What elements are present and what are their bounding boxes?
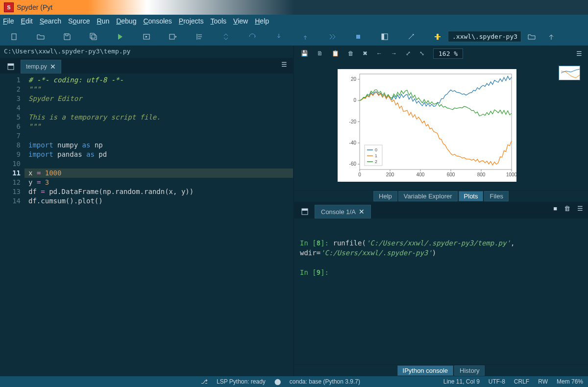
preferences-button[interactable] <box>402 29 420 44</box>
debug-step-into-button[interactable] <box>270 29 288 44</box>
menu-search[interactable]: Search <box>40 17 61 25</box>
plot-next-icon[interactable]: → <box>391 50 397 57</box>
run-button[interactable] <box>111 29 129 44</box>
pane-tab-plots[interactable]: Plots <box>459 191 484 201</box>
run-selection-button[interactable] <box>190 29 209 44</box>
menu-run[interactable]: Run <box>97 17 109 25</box>
code-editor[interactable]: 1234567891011121314 # -*- coding: utf-8 … <box>0 73 293 376</box>
close-console-icon[interactable]: ✕ <box>359 208 365 216</box>
console-pane-tab-history[interactable]: History <box>454 365 485 376</box>
svg-rect-4 <box>356 35 360 39</box>
status-git-icon[interactable]: ⎇ <box>201 378 208 385</box>
plots-pane: 💾 🗎 📋 🗑 ✖ ← → ⤢ ⤡ 162 % ☰ 02004006008001… <box>294 46 588 203</box>
menu-tools[interactable]: Tools <box>210 17 226 25</box>
plot-image: 02004006008001000-60-40-20020012 <box>338 69 516 182</box>
open-file-button[interactable] <box>31 29 50 44</box>
parent-directory-button[interactable] <box>542 29 561 44</box>
menu-consoles[interactable]: Consoles <box>143 17 172 25</box>
editor-pane: C:\Users\xxwl\.spyder-py3\temp.py temp.p… <box>0 46 294 376</box>
code-area[interactable]: # -*- coding: utf-8 -*-"""Spyder Editor … <box>24 73 293 376</box>
svg-point-3 <box>196 34 197 35</box>
plot-zoom-in-icon[interactable]: ⤡ <box>419 50 424 57</box>
plot-zoom-level: 162 % <box>433 48 463 59</box>
save-all-button[interactable] <box>84 29 103 44</box>
svg-text:-20: -20 <box>349 119 356 124</box>
svg-text:600: 600 <box>446 172 455 177</box>
status-position[interactable]: Line 11, Col 9 <box>443 378 480 385</box>
svg-text:20: 20 <box>350 76 356 82</box>
working-directory-input[interactable] <box>448 31 521 42</box>
window-title: Spyder (Pyt <box>17 3 52 11</box>
svg-rect-32 <box>365 145 382 166</box>
pane-tab-help[interactable]: Help <box>373 191 397 201</box>
plots-toolbar: 💾 🗎 📋 🗑 ✖ ← → ⤢ ⤡ 162 % ☰ <box>294 46 588 61</box>
console-pane: Console 1/A ✕ ■ 🗑 ☰ In [8]: runfile('C:/… <box>294 203 588 376</box>
svg-rect-8 <box>8 64 14 66</box>
svg-text:0: 0 <box>358 172 361 177</box>
spyder-logo-icon: S <box>4 2 14 12</box>
stop-kernel-icon[interactable]: ■ <box>553 205 557 212</box>
maximize-pane-button[interactable] <box>375 29 394 44</box>
svg-text:800: 800 <box>477 172 485 177</box>
plot-thumbnail[interactable] <box>559 66 580 80</box>
svg-text:-40: -40 <box>349 140 356 145</box>
console-tab-label: Console 1/A <box>321 208 356 216</box>
console-options-icon[interactable]: ☰ <box>577 205 583 212</box>
run-cell-advance-button[interactable] <box>164 29 182 44</box>
browse-tabs-icon[interactable] <box>5 61 17 73</box>
browse-consoles-icon[interactable] <box>299 206 311 218</box>
plot-delete-icon[interactable]: 🗑 <box>348 50 354 57</box>
menu-edit[interactable]: Edit <box>21 17 33 25</box>
file-path-bar: C:\Users\xxwl\.spyder-py3\temp.py <box>0 46 293 58</box>
new-file-button[interactable] <box>5 29 24 44</box>
close-tab-icon[interactable]: ✕ <box>50 63 56 71</box>
status-bar: ⎇ LSP Python: ready ⬤ conda: base (Pytho… <box>0 376 588 387</box>
editor-tab[interactable]: temp.py ✕ <box>21 60 61 73</box>
plot-copy-icon[interactable]: 📋 <box>332 50 339 57</box>
status-lsp[interactable]: LSP Python: ready <box>217 378 266 385</box>
console-output[interactable]: In [8]: runfile('C:/Users/xxwl/.spyder-p… <box>294 218 588 364</box>
plots-options-icon[interactable]: ☰ <box>576 50 582 57</box>
plot-delete-all-icon[interactable]: ✖ <box>363 50 368 57</box>
console-tab[interactable]: Console 1/A ✕ <box>315 205 371 218</box>
menu-projects[interactable]: Projects <box>179 17 204 25</box>
browse-directory-button[interactable] <box>522 29 541 44</box>
console-tab-bar: Console 1/A ✕ ■ 🗑 ☰ <box>294 203 588 218</box>
svg-text:2: 2 <box>375 159 377 164</box>
menu-debug[interactable]: Debug <box>116 17 136 25</box>
line-number-gutter: 1234567891011121314 <box>0 73 24 376</box>
svg-rect-0 <box>12 34 16 40</box>
menu-help[interactable]: Help <box>255 17 269 25</box>
editor-options-icon[interactable]: ☰ <box>281 61 287 68</box>
python-path-button[interactable] <box>428 29 447 44</box>
debug-continue-button[interactable] <box>322 29 341 44</box>
plot-save-all-icon[interactable]: 🗎 <box>317 50 323 57</box>
run-cell-button[interactable] <box>137 29 156 44</box>
status-eol[interactable]: CRLF <box>514 378 529 385</box>
menu-file[interactable]: File <box>3 17 14 25</box>
editor-tab-bar: temp.py ✕ ☰ <box>0 58 293 73</box>
debug-step-button[interactable] <box>243 29 262 44</box>
debug-button[interactable] <box>217 29 235 44</box>
plot-prev-icon[interactable]: ← <box>376 50 382 57</box>
svg-text:1: 1 <box>375 153 377 158</box>
save-button[interactable] <box>58 29 76 44</box>
menu-bar: FileEditSearchSourceRunDebugConsolesProj… <box>0 15 588 27</box>
title-bar: S Spyder (Pyt <box>0 0 588 15</box>
status-encoding[interactable]: UTF-8 <box>489 378 505 385</box>
plot-save-icon[interactable]: 💾 <box>301 50 308 57</box>
status-conda[interactable]: conda: base (Python 3.9.7) <box>290 378 360 385</box>
menu-view[interactable]: View <box>233 17 248 25</box>
plot-thumbnails <box>559 66 583 185</box>
svg-text:1000: 1000 <box>506 172 516 177</box>
console-pane-tab-ipython-console[interactable]: IPython console <box>397 365 454 376</box>
debug-stop-button[interactable] <box>349 29 368 44</box>
status-memory: Mem 76% <box>557 378 583 385</box>
pane-tab-variable-explorer[interactable]: Variable Explorer <box>398 191 458 201</box>
menu-source[interactable]: Source <box>68 17 90 25</box>
plot-zoom-out-icon[interactable]: ⤢ <box>406 50 411 57</box>
debug-step-out-button[interactable] <box>296 29 315 44</box>
pane-tab-files[interactable]: Files <box>484 191 508 201</box>
clear-console-icon[interactable]: 🗑 <box>564 205 570 212</box>
right-pane-tabs: HelpVariable ExplorerPlotsFiles <box>294 190 588 202</box>
